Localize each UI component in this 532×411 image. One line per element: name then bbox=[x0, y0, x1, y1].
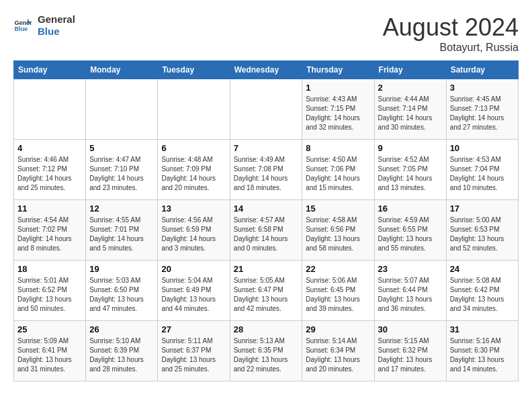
calendar-table: SundayMondayTuesdayWednesdayThursdayFrid… bbox=[13, 60, 519, 381]
day-number: 9 bbox=[378, 143, 443, 153]
day-number: 17 bbox=[450, 203, 515, 214]
day-info: Sunrise: 4:54 AM Sunset: 7:02 PM Dayligh… bbox=[17, 216, 82, 253]
day-info: Sunrise: 5:04 AM Sunset: 6:49 PM Dayligh… bbox=[161, 276, 226, 314]
calendar-cell: 5Sunrise: 4:47 AM Sunset: 7:10 PM Daylig… bbox=[86, 140, 158, 200]
day-info: Sunrise: 4:56 AM Sunset: 6:59 PM Dayligh… bbox=[161, 216, 226, 253]
page-header: General Blue General Blue August 2024 Bo… bbox=[13, 13, 519, 54]
day-number: 28 bbox=[234, 324, 299, 334]
weekday-header: Sunday bbox=[14, 61, 86, 79]
svg-text:Blue: Blue bbox=[14, 26, 28, 32]
day-number: 30 bbox=[378, 324, 443, 334]
day-number: 8 bbox=[306, 143, 370, 153]
calendar-cell: 28Sunrise: 5:13 AM Sunset: 6:35 PM Dayli… bbox=[230, 321, 302, 381]
day-info: Sunrise: 4:45 AM Sunset: 7:13 PM Dayligh… bbox=[450, 95, 515, 132]
calendar-cell: 24Sunrise: 5:08 AM Sunset: 6:42 PM Dayli… bbox=[446, 261, 518, 321]
location-subtitle: Botayurt, Russia bbox=[383, 42, 519, 54]
day-number: 20 bbox=[161, 264, 226, 274]
day-number: 22 bbox=[306, 264, 370, 274]
calendar-cell: 13Sunrise: 4:56 AM Sunset: 6:59 PM Dayli… bbox=[158, 200, 230, 261]
day-info: Sunrise: 4:43 AM Sunset: 7:15 PM Dayligh… bbox=[306, 95, 370, 132]
day-number: 7 bbox=[234, 143, 299, 153]
calendar-cell: 15Sunrise: 4:58 AM Sunset: 6:56 PM Dayli… bbox=[302, 200, 374, 261]
day-info: Sunrise: 4:44 AM Sunset: 7:14 PM Dayligh… bbox=[378, 95, 443, 132]
calendar-cell: 30Sunrise: 5:15 AM Sunset: 6:32 PM Dayli… bbox=[374, 321, 446, 381]
calendar-cell: 18Sunrise: 5:01 AM Sunset: 6:52 PM Dayli… bbox=[14, 261, 86, 321]
day-info: Sunrise: 5:01 AM Sunset: 6:52 PM Dayligh… bbox=[17, 276, 82, 314]
day-number: 3 bbox=[450, 83, 515, 93]
calendar-cell: 27Sunrise: 5:11 AM Sunset: 6:37 PM Dayli… bbox=[158, 321, 230, 381]
day-number: 13 bbox=[161, 203, 226, 214]
calendar-cell bbox=[230, 79, 302, 140]
day-number: 24 bbox=[450, 264, 515, 274]
day-info: Sunrise: 4:52 AM Sunset: 7:05 PM Dayligh… bbox=[378, 155, 443, 193]
logo-general: General bbox=[38, 13, 75, 26]
day-info: Sunrise: 5:14 AM Sunset: 6:34 PM Dayligh… bbox=[306, 336, 370, 374]
calendar-cell: 4Sunrise: 4:46 AM Sunset: 7:12 PM Daylig… bbox=[14, 140, 86, 200]
calendar-cell: 6Sunrise: 4:48 AM Sunset: 7:09 PM Daylig… bbox=[158, 140, 230, 200]
day-number: 14 bbox=[234, 203, 299, 214]
day-info: Sunrise: 5:03 AM Sunset: 6:50 PM Dayligh… bbox=[89, 276, 154, 314]
month-year-title: August 2024 bbox=[383, 13, 519, 42]
calendar-body: 1Sunrise: 4:43 AM Sunset: 7:15 PM Daylig… bbox=[14, 79, 519, 381]
day-info: Sunrise: 4:59 AM Sunset: 6:55 PM Dayligh… bbox=[378, 216, 443, 253]
day-info: Sunrise: 4:47 AM Sunset: 7:10 PM Dayligh… bbox=[89, 155, 154, 193]
day-number: 5 bbox=[89, 143, 154, 153]
calendar-week-row: 25Sunrise: 5:09 AM Sunset: 6:41 PM Dayli… bbox=[14, 321, 519, 381]
calendar-week-row: 1Sunrise: 4:43 AM Sunset: 7:15 PM Daylig… bbox=[14, 79, 519, 140]
day-info: Sunrise: 5:05 AM Sunset: 6:47 PM Dayligh… bbox=[234, 276, 299, 314]
calendar-cell bbox=[158, 79, 230, 140]
day-number: 27 bbox=[161, 324, 226, 334]
logo-blue: Blue bbox=[38, 26, 75, 38]
weekday-header: Wednesday bbox=[230, 61, 302, 79]
calendar-cell: 8Sunrise: 4:50 AM Sunset: 7:06 PM Daylig… bbox=[302, 140, 374, 200]
day-number: 25 bbox=[17, 324, 82, 334]
day-info: Sunrise: 4:50 AM Sunset: 7:06 PM Dayligh… bbox=[306, 155, 370, 193]
day-number: 12 bbox=[89, 203, 154, 214]
day-number: 2 bbox=[378, 83, 443, 93]
day-number: 23 bbox=[378, 264, 443, 274]
day-number: 16 bbox=[378, 203, 443, 214]
calendar-cell: 14Sunrise: 4:57 AM Sunset: 6:58 PM Dayli… bbox=[230, 200, 302, 261]
day-number: 6 bbox=[161, 143, 226, 153]
calendar-cell: 16Sunrise: 4:59 AM Sunset: 6:55 PM Dayli… bbox=[374, 200, 446, 261]
calendar-header: SundayMondayTuesdayWednesdayThursdayFrid… bbox=[14, 61, 519, 79]
day-number: 19 bbox=[89, 264, 154, 274]
calendar-week-row: 18Sunrise: 5:01 AM Sunset: 6:52 PM Dayli… bbox=[14, 261, 519, 321]
calendar-cell: 17Sunrise: 5:00 AM Sunset: 6:53 PM Dayli… bbox=[446, 200, 518, 261]
day-info: Sunrise: 4:55 AM Sunset: 7:01 PM Dayligh… bbox=[89, 216, 154, 253]
day-info: Sunrise: 5:13 AM Sunset: 6:35 PM Dayligh… bbox=[234, 336, 299, 374]
weekday-header: Friday bbox=[374, 61, 446, 79]
day-number: 18 bbox=[17, 264, 82, 274]
day-info: Sunrise: 5:09 AM Sunset: 6:41 PM Dayligh… bbox=[17, 336, 82, 374]
logo-icon: General Blue bbox=[13, 16, 32, 35]
calendar-cell: 12Sunrise: 4:55 AM Sunset: 7:01 PM Dayli… bbox=[86, 200, 158, 261]
day-number: 29 bbox=[306, 324, 370, 334]
calendar-cell: 21Sunrise: 5:05 AM Sunset: 6:47 PM Dayli… bbox=[230, 261, 302, 321]
day-info: Sunrise: 4:53 AM Sunset: 7:04 PM Dayligh… bbox=[450, 155, 515, 193]
calendar-week-row: 11Sunrise: 4:54 AM Sunset: 7:02 PM Dayli… bbox=[14, 200, 519, 261]
calendar-cell: 29Sunrise: 5:14 AM Sunset: 6:34 PM Dayli… bbox=[302, 321, 374, 381]
calendar-cell bbox=[14, 79, 86, 140]
day-number: 15 bbox=[306, 203, 370, 214]
day-info: Sunrise: 5:07 AM Sunset: 6:44 PM Dayligh… bbox=[378, 276, 443, 314]
calendar-cell: 20Sunrise: 5:04 AM Sunset: 6:49 PM Dayli… bbox=[158, 261, 230, 321]
header-row: SundayMondayTuesdayWednesdayThursdayFrid… bbox=[14, 61, 519, 79]
day-info: Sunrise: 5:16 AM Sunset: 6:30 PM Dayligh… bbox=[450, 336, 515, 374]
calendar-cell: 3Sunrise: 4:45 AM Sunset: 7:13 PM Daylig… bbox=[446, 79, 518, 140]
day-info: Sunrise: 4:58 AM Sunset: 6:56 PM Dayligh… bbox=[306, 216, 370, 253]
day-info: Sunrise: 5:10 AM Sunset: 6:39 PM Dayligh… bbox=[89, 336, 154, 374]
calendar-cell: 25Sunrise: 5:09 AM Sunset: 6:41 PM Dayli… bbox=[14, 321, 86, 381]
day-info: Sunrise: 5:06 AM Sunset: 6:45 PM Dayligh… bbox=[306, 276, 370, 314]
calendar-cell: 11Sunrise: 4:54 AM Sunset: 7:02 PM Dayli… bbox=[14, 200, 86, 261]
day-info: Sunrise: 4:49 AM Sunset: 7:08 PM Dayligh… bbox=[234, 155, 299, 193]
calendar-cell: 2Sunrise: 4:44 AM Sunset: 7:14 PM Daylig… bbox=[374, 79, 446, 140]
calendar-cell: 19Sunrise: 5:03 AM Sunset: 6:50 PM Dayli… bbox=[86, 261, 158, 321]
calendar-week-row: 4Sunrise: 4:46 AM Sunset: 7:12 PM Daylig… bbox=[14, 140, 519, 200]
calendar-cell: 26Sunrise: 5:10 AM Sunset: 6:39 PM Dayli… bbox=[86, 321, 158, 381]
day-info: Sunrise: 5:00 AM Sunset: 6:53 PM Dayligh… bbox=[450, 216, 515, 253]
calendar-cell: 9Sunrise: 4:52 AM Sunset: 7:05 PM Daylig… bbox=[374, 140, 446, 200]
calendar-cell: 23Sunrise: 5:07 AM Sunset: 6:44 PM Dayli… bbox=[374, 261, 446, 321]
day-info: Sunrise: 4:48 AM Sunset: 7:09 PM Dayligh… bbox=[161, 155, 226, 193]
calendar-cell: 10Sunrise: 4:53 AM Sunset: 7:04 PM Dayli… bbox=[446, 140, 518, 200]
day-number: 21 bbox=[234, 264, 299, 274]
